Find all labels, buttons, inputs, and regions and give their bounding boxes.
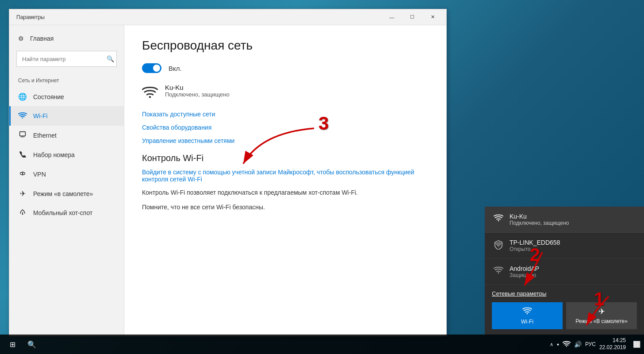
flyout-network-tplink[interactable]: TP-LINK_EDD658 Открыто [485, 233, 644, 259]
svg-point-9 [149, 96, 151, 98]
androidap-wifi-icon [494, 266, 503, 276]
ku-ku-wifi-icon [494, 214, 503, 224]
sidebar-home[interactable]: ⚙ Главная [9, 30, 124, 47]
wifi-quick-btn[interactable]: Wi-Fi [492, 302, 563, 329]
airplane-icon: ✈ [18, 189, 27, 198]
quick-buttons: Wi-Fi ✈ Режим «В самолете» [492, 302, 637, 329]
flyout-network-ku-ku[interactable]: Ku-Ku Подключено, защищено [485, 207, 644, 233]
airplane-label: Режим «в самолете» [33, 190, 93, 197]
sidebar-item-status[interactable]: 🌐 Состояние [9, 87, 124, 106]
taskbar-time: 14:25 [613, 337, 626, 344]
tplink-info: TP-LINK_EDD658 Открыто [510, 239, 560, 252]
connected-wifi-icon [142, 85, 158, 102]
settings-body: ⚙ Главная 🔍 Сеть и Интернет 🌐 Состояние [9, 25, 446, 336]
minimize-button[interactable]: — [382, 9, 402, 25]
airplane-quick-icon: ✈ [598, 307, 605, 316]
tplink-status: Открыто [510, 246, 560, 252]
wifi-control-desc1: Контроль Wi-Fi позволяет подключаться к … [142, 188, 429, 197]
androidap-status: Защищено [510, 272, 539, 278]
wifi-quick-label: Wi-Fi [521, 319, 533, 325]
wifi-toggle[interactable] [142, 63, 161, 73]
wifi-quick-icon [522, 307, 532, 317]
start-button[interactable]: ⊞ [4, 335, 21, 353]
network-settings-link[interactable]: Сетевые параметры [492, 290, 637, 297]
window-title: Параметры [16, 14, 45, 20]
svg-point-13 [527, 313, 528, 315]
taskbar-language: РУС [585, 341, 596, 347]
ku-ku-name: Ku-Ku [510, 213, 569, 220]
taskbar-right: ∧ ▪ 🔊 РУС 14:25 22.02.2019 ⬜ [550, 337, 640, 351]
show-networks-link[interactable]: Показать доступные сети [142, 111, 215, 118]
network-status: Подключено, защищено [165, 91, 230, 98]
svg-point-0 [22, 117, 23, 119]
wifi-sidebar-icon [18, 112, 27, 120]
tplink-shield-icon [494, 240, 503, 252]
main-content: Беспроводная сеть Вкл. [124, 25, 446, 336]
tplink-name: TP-LINK_EDD658 [510, 239, 560, 246]
sidebar-item-ethernet[interactable]: Ethernet [9, 126, 124, 145]
vpn-icon [18, 170, 27, 179]
settings-window: Параметры — ☐ ✕ ⚙ Главная 🔍 Сеть и Интер… [9, 9, 447, 336]
ku-ku-status: Подключено, защищено [510, 220, 569, 226]
status-icon: 🌐 [18, 92, 27, 101]
page-title: Беспроводная сеть [142, 38, 429, 53]
airplane-quick-btn[interactable]: ✈ Режим «В самолете» [566, 302, 637, 329]
svg-point-6 [23, 172, 25, 174]
wifi-control-desc2: Помните, что не все сети Wi-Fi безопасны… [142, 203, 429, 212]
taskbar-notification[interactable]: ⬜ [633, 341, 640, 348]
svg-point-14 [566, 346, 567, 346]
wifi-control-link[interactable]: Войдите в систему с помощью учетной запи… [142, 169, 429, 183]
title-bar: Параметры — ☐ ✕ [9, 9, 446, 25]
svg-point-11 [498, 246, 499, 247]
window-controls: — ☐ ✕ [382, 9, 443, 25]
wifi-toggle-row: Вкл. [142, 63, 429, 73]
close-button[interactable]: ✕ [422, 9, 443, 25]
wifi-flyout: Ku-Ku Подключено, защищено TP-LINK_ED [485, 207, 644, 335]
svg-point-7 [22, 213, 23, 215]
svg-point-12 [498, 273, 499, 274]
taskbar-volume-icon[interactable]: 🔊 [574, 341, 582, 348]
taskbar-battery-icon: ▪ [557, 341, 559, 348]
search-icon[interactable]: 🔍 [107, 55, 114, 62]
taskbar-wifi-icon[interactable] [563, 341, 571, 348]
dialup-icon [18, 150, 27, 159]
manage-known-networks-link[interactable]: Управление известными сетями [142, 137, 234, 144]
svg-point-5 [20, 172, 23, 174]
ku-ku-info: Ku-Ku Подключено, защищено [510, 213, 569, 226]
hardware-properties-link[interactable]: Свойства оборудования [142, 124, 211, 131]
network-info: Ku-Ku Подключено, защищено [165, 84, 230, 98]
taskbar: ⊞ 🔍 ∧ ▪ 🔊 РУС 14:25 22.02.2019 ⬜ [0, 335, 644, 354]
taskbar-chevron[interactable]: ∧ [550, 342, 553, 347]
maximize-button[interactable]: ☐ [402, 9, 422, 25]
flyout-network-androidap[interactable]: AndroidAP Защищено [485, 259, 644, 285]
network-name: Ku-Ku [165, 84, 230, 91]
sidebar-item-wifi[interactable]: Wi-Fi [9, 106, 124, 126]
status-label: Состояние [33, 93, 64, 100]
sidebar-item-airplane[interactable]: ✈ Режим «в самолете» [9, 184, 124, 203]
androidap-name: AndroidAP [510, 265, 539, 272]
androidap-info: AndroidAP Защищено [510, 265, 539, 278]
sidebar-section-title: Сеть и Интернет [9, 70, 124, 87]
search-taskbar-button[interactable]: 🔍 [23, 335, 41, 353]
wifi-control-title: Контроль Wi-Fi [142, 153, 429, 163]
toggle-label: Вкл. [169, 65, 182, 72]
svg-rect-1 [20, 132, 26, 136]
sidebar-search-container: 🔍 [16, 51, 117, 67]
dialup-label: Набор номера [33, 151, 75, 158]
svg-point-10 [498, 220, 499, 222]
ethernet-icon [18, 131, 27, 140]
vpn-label: VPN [33, 171, 46, 178]
home-icon: ⚙ [18, 35, 24, 42]
connected-network-card: Ku-Ku Подключено, защищено [142, 84, 429, 102]
hotspot-label: Мобильный хот-спот [33, 209, 92, 216]
home-label: Главная [30, 35, 54, 42]
sidebar-item-dialup[interactable]: Набор номера [9, 145, 124, 165]
sidebar: ⚙ Главная 🔍 Сеть и Интернет 🌐 Состояние [9, 25, 124, 336]
desktop: Параметры — ☐ ✕ ⚙ Главная 🔍 Сеть и Интер… [0, 0, 644, 354]
ethernet-label: Ethernet [33, 132, 57, 139]
sidebar-item-hotspot[interactable]: Мобильный хот-спот [9, 203, 124, 223]
airplane-quick-label: Режим «В самолете» [575, 318, 628, 324]
taskbar-clock[interactable]: 14:25 22.02.2019 [599, 337, 626, 351]
sidebar-item-vpn[interactable]: VPN [9, 165, 124, 184]
search-input[interactable] [16, 51, 117, 67]
